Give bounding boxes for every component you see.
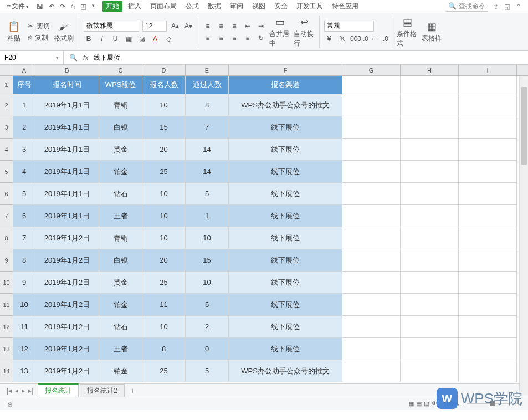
tab-security[interactable]: 安全 xyxy=(271,1,291,12)
cell-enroll[interactable]: 20 xyxy=(142,139,186,161)
decrease-font-icon[interactable]: A▾ xyxy=(183,21,193,31)
normal-view-icon[interactable]: ▦ xyxy=(408,400,414,407)
page-break-view-icon[interactable]: ▧ xyxy=(424,400,429,407)
font-size-select[interactable] xyxy=(142,21,167,32)
cell-pass[interactable]: 10 xyxy=(186,227,229,249)
spreadsheet-grid[interactable]: A B C D E F G H I 1序号报名时间WPS段位报名人数通过人数报名… xyxy=(0,65,528,383)
empty-cell[interactable] xyxy=(401,205,459,227)
collapse-ribbon-icon[interactable]: ⌃ xyxy=(516,3,521,11)
empty-cell[interactable] xyxy=(401,338,459,360)
cell-rank[interactable]: 青铜 xyxy=(99,94,142,116)
empty-cell[interactable] xyxy=(342,116,401,139)
row-header[interactable]: 12 xyxy=(0,316,13,338)
cell-date[interactable]: 2019年1月2日 xyxy=(35,227,99,249)
cell-date[interactable]: 2019年1月2日 xyxy=(35,272,99,294)
cell-enroll[interactable]: 20 xyxy=(142,249,186,272)
cell-pass[interactable]: 10 xyxy=(186,272,229,294)
row-header[interactable]: 8 xyxy=(0,227,13,249)
align-center-icon[interactable]: ≡ xyxy=(216,33,226,43)
table-header[interactable]: 报名渠道 xyxy=(229,76,342,94)
empty-cell[interactable] xyxy=(459,249,517,272)
formula-input[interactable] xyxy=(94,54,522,62)
tab-view[interactable]: 视图 xyxy=(249,1,269,12)
first-sheet-icon[interactable]: |◂ xyxy=(7,387,12,395)
cell-date[interactable]: 2019年1月2日 xyxy=(35,294,99,316)
col-header-D[interactable]: D xyxy=(142,65,186,75)
empty-cell[interactable] xyxy=(459,338,517,360)
font-name-select[interactable] xyxy=(84,21,139,32)
empty-cell[interactable] xyxy=(459,139,517,161)
align-left-icon[interactable]: ≡ xyxy=(203,33,213,43)
empty-cell[interactable] xyxy=(459,294,517,316)
empty-cell[interactable] xyxy=(459,116,517,139)
cell-rank[interactable]: 王者 xyxy=(99,338,142,360)
cell-seq[interactable]: 10 xyxy=(13,294,35,316)
empty-cell[interactable] xyxy=(342,183,401,205)
comma-icon[interactable]: 000 xyxy=(351,34,361,44)
justify-icon[interactable]: ≡ xyxy=(243,33,253,43)
empty-cell[interactable] xyxy=(401,272,459,294)
tab-review[interactable]: 审阅 xyxy=(227,1,247,12)
cell-pass[interactable]: 2 xyxy=(186,316,229,338)
tab-insert[interactable]: 插入 xyxy=(125,1,145,12)
tab-page-layout[interactable]: 页面布局 xyxy=(147,1,180,12)
cell-channel[interactable]: WPS办公助手公众号的推文 xyxy=(229,94,342,116)
cell-enroll[interactable]: 11 xyxy=(142,294,186,316)
cell-rank[interactable]: 钻石 xyxy=(99,183,142,205)
fx-icon[interactable]: fx xyxy=(83,54,88,62)
cell-seq[interactable]: 2 xyxy=(13,116,35,139)
tab-formula[interactable]: 公式 xyxy=(182,1,202,12)
save-icon[interactable]: 🖫 xyxy=(37,3,43,11)
table-header[interactable]: 报名时间 xyxy=(35,76,99,94)
empty-cell[interactable] xyxy=(401,227,459,249)
copy-button[interactable]: ⎘复制 xyxy=(28,33,50,43)
empty-cell[interactable] xyxy=(401,249,459,272)
row-header[interactable]: 2 xyxy=(0,94,13,116)
table-header[interactable]: 报名人数 xyxy=(142,76,186,94)
scrollbar-thumb[interactable] xyxy=(521,87,527,165)
increase-decimal-icon[interactable]: .0→ xyxy=(364,34,374,44)
select-all-corner[interactable] xyxy=(0,65,13,75)
align-right-icon[interactable]: ≡ xyxy=(229,33,239,43)
cell-channel[interactable]: 线下展位 xyxy=(229,316,342,338)
tab-dev-tools[interactable]: 开发工具 xyxy=(293,1,326,12)
empty-cell[interactable] xyxy=(459,183,517,205)
bold-icon[interactable]: B xyxy=(84,34,94,44)
col-header-C[interactable]: C xyxy=(99,65,142,75)
undo-icon[interactable]: ↶ xyxy=(49,3,54,11)
cell-rank[interactable]: 黄金 xyxy=(99,272,142,294)
fill-color-icon[interactable]: ▨ xyxy=(137,34,147,44)
cell-enroll[interactable]: 15 xyxy=(142,116,186,139)
cell-channel[interactable]: 线下展位 xyxy=(229,161,342,183)
next-sheet-icon[interactable]: ▸ xyxy=(22,387,25,395)
empty-cell[interactable] xyxy=(401,316,459,338)
increase-font-icon[interactable]: A▴ xyxy=(170,21,180,31)
empty-cell[interactable] xyxy=(342,272,401,294)
cell-enroll[interactable]: 25 xyxy=(142,272,186,294)
cell-seq[interactable]: 7 xyxy=(13,227,35,249)
cell-channel[interactable]: 线下展位 xyxy=(229,249,342,272)
col-header-G[interactable]: G xyxy=(342,65,401,75)
row-header[interactable]: 3 xyxy=(0,116,13,139)
qat-more-icon[interactable]: ▾ xyxy=(92,3,95,11)
redo-icon[interactable]: ↷ xyxy=(60,3,65,11)
prev-sheet-icon[interactable]: ◂ xyxy=(15,387,18,395)
cell-pass[interactable]: 8 xyxy=(186,94,229,116)
cell-channel[interactable]: 线下展位 xyxy=(229,338,342,360)
empty-cell[interactable] xyxy=(459,76,517,94)
table-header[interactable]: 序号 xyxy=(13,76,35,94)
orientation-icon[interactable]: ↻ xyxy=(256,33,266,43)
empty-cell[interactable] xyxy=(342,161,401,183)
underline-icon[interactable]: U xyxy=(110,34,120,44)
cell-enroll[interactable]: 10 xyxy=(142,183,186,205)
cell-pass[interactable]: 14 xyxy=(186,161,229,183)
cell-rank[interactable]: 铂金 xyxy=(99,294,142,316)
empty-cell[interactable] xyxy=(459,205,517,227)
row-header[interactable]: 5 xyxy=(0,161,13,183)
col-header-B[interactable]: B xyxy=(35,65,99,75)
cell-date[interactable]: 2019年1月1日 xyxy=(35,116,99,139)
indent-decrease-icon[interactable]: ⇤ xyxy=(243,21,253,31)
page-layout-view-icon[interactable]: ▤ xyxy=(416,400,422,407)
paste-button[interactable]: 📋 粘贴 xyxy=(3,21,24,43)
empty-cell[interactable] xyxy=(459,316,517,338)
